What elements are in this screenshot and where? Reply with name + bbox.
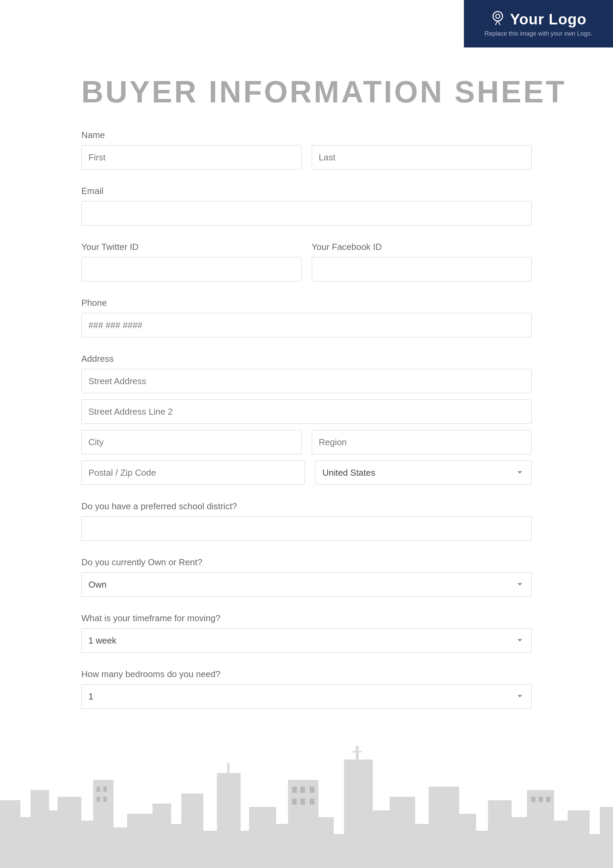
country-select[interactable]: United States Canada United Kingdom Aust… <box>315 460 532 485</box>
country-wrapper: United States Canada United Kingdom Aust… <box>315 460 532 485</box>
street2-input[interactable] <box>81 400 532 424</box>
svg-rect-26 <box>292 787 297 793</box>
school-group: Do you have a preferred school district? <box>81 501 532 541</box>
svg-rect-6 <box>57 797 81 868</box>
svg-rect-52 <box>600 807 613 868</box>
region-input[interactable] <box>312 430 532 454</box>
facebook-input[interactable] <box>312 257 532 281</box>
email-group: Email <box>81 186 532 225</box>
first-name-input[interactable] <box>81 145 302 169</box>
social-group: Your Twitter ID Your Facebook ID <box>81 242 532 281</box>
svg-rect-27 <box>300 787 305 793</box>
own-rent-label: Do you currently Own or Rent? <box>81 557 532 567</box>
timeframe-select[interactable]: 1 week 2 weeks 1 month 3 months 6 months… <box>81 628 532 653</box>
twitter-label: Your Twitter ID <box>81 242 302 252</box>
social-row: Your Twitter ID Your Facebook ID <box>81 242 532 281</box>
logo-text: Your Logo <box>510 11 587 28</box>
svg-rect-18 <box>201 831 218 868</box>
email-label: Email <box>81 186 532 196</box>
email-input[interactable] <box>81 201 532 225</box>
city-region-row <box>81 430 532 454</box>
phone-label: Phone <box>81 298 532 308</box>
bedrooms-label: How many bedrooms do you need? <box>81 669 532 679</box>
svg-rect-43 <box>488 800 512 868</box>
svg-rect-28 <box>310 787 314 793</box>
school-label: Do you have a preferred school district? <box>81 501 532 512</box>
svg-rect-23 <box>249 807 276 868</box>
zip-input[interactable] <box>81 460 305 485</box>
svg-rect-5 <box>48 811 59 868</box>
svg-rect-14 <box>127 814 154 868</box>
svg-rect-30 <box>300 798 305 804</box>
svg-rect-46 <box>531 797 536 802</box>
svg-rect-44 <box>510 817 529 868</box>
svg-rect-7 <box>80 820 95 868</box>
street1-input[interactable] <box>81 369 532 393</box>
name-label: Name <box>81 130 532 140</box>
name-group: Name <box>81 130 532 169</box>
svg-rect-9 <box>97 787 100 792</box>
own-rent-select[interactable]: Own Rent <box>81 572 532 597</box>
form-container: Name Email Your Twitter ID Your Facebook… <box>81 130 532 708</box>
svg-rect-34 <box>344 760 373 868</box>
svg-rect-36 <box>352 751 362 752</box>
timeframe-group: What is your timeframe for moving? 1 wee… <box>81 613 532 653</box>
own-rent-wrapper: Own Rent <box>81 572 532 597</box>
svg-rect-10 <box>103 787 107 792</box>
page-title: BUYER INFORMATION SHEET <box>81 74 613 110</box>
svg-rect-39 <box>413 824 430 868</box>
timeframe-wrapper: 1 week 2 weeks 1 month 3 months 6 months… <box>81 628 532 653</box>
logo-icon <box>490 10 505 28</box>
svg-rect-8 <box>93 780 113 868</box>
svg-rect-20 <box>228 763 229 773</box>
svg-point-1 <box>496 14 500 18</box>
zip-country-row: United States Canada United Kingdom Aust… <box>81 460 532 485</box>
svg-rect-38 <box>390 797 415 868</box>
svg-rect-25 <box>288 780 319 868</box>
own-rent-group: Do you currently Own or Rent? Own Rent <box>81 557 532 597</box>
facebook-group: Your Facebook ID <box>312 242 532 281</box>
svg-rect-51 <box>588 834 602 868</box>
address-label: Address <box>81 353 532 364</box>
svg-rect-13 <box>112 827 129 868</box>
svg-rect-48 <box>546 797 550 802</box>
phone-input[interactable] <box>81 313 532 337</box>
svg-rect-24 <box>274 824 290 868</box>
svg-rect-29 <box>292 798 297 804</box>
svg-rect-37 <box>371 811 392 868</box>
svg-point-0 <box>493 11 503 21</box>
city-input[interactable] <box>81 430 302 454</box>
svg-rect-4 <box>31 790 49 868</box>
svg-rect-40 <box>429 787 459 868</box>
svg-rect-42 <box>474 831 490 868</box>
svg-rect-32 <box>317 817 334 868</box>
svg-rect-3 <box>19 817 32 868</box>
last-name-input[interactable] <box>312 145 532 169</box>
phone-group: Phone <box>81 298 532 337</box>
svg-rect-21 <box>220 817 234 868</box>
svg-rect-2 <box>0 800 20 868</box>
twitter-input[interactable] <box>81 257 302 281</box>
svg-rect-31 <box>310 798 314 804</box>
page-wrapper: Your Logo Replace this image with your o… <box>0 0 613 868</box>
timeframe-label: What is your timeframe for moving? <box>81 613 532 623</box>
svg-rect-17 <box>181 794 203 868</box>
school-input[interactable] <box>81 516 532 541</box>
svg-rect-35 <box>356 746 359 760</box>
logo-box: Your Logo Replace this image with your o… <box>464 0 613 48</box>
svg-rect-22 <box>232 831 251 868</box>
logo-subtitle: Replace this image with your own Logo. <box>485 30 592 37</box>
svg-rect-16 <box>169 824 183 868</box>
svg-rect-41 <box>457 814 476 868</box>
logo-title-row: Your Logo <box>490 10 587 28</box>
svg-rect-12 <box>103 797 107 802</box>
svg-rect-11 <box>97 797 100 802</box>
facebook-label: Your Facebook ID <box>312 242 532 252</box>
address-group: Address United States Canada United King… <box>81 353 532 485</box>
name-row <box>81 145 532 169</box>
twitter-group: Your Twitter ID <box>81 242 302 281</box>
header: Your Logo Replace this image with your o… <box>0 0 613 48</box>
svg-rect-33 <box>332 834 346 868</box>
svg-rect-49 <box>553 820 569 868</box>
svg-rect-50 <box>568 811 590 868</box>
